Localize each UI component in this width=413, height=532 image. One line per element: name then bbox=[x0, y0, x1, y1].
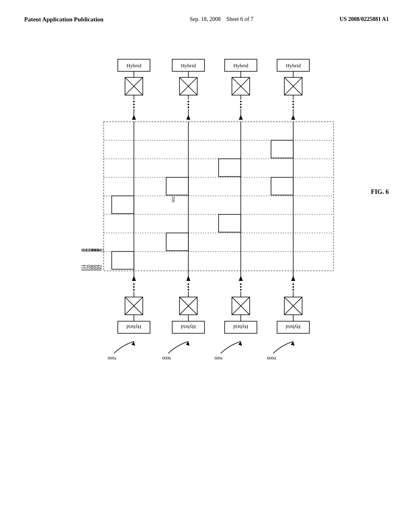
figure-label: FIG. 6 bbox=[371, 188, 389, 195]
publication-title: Patent Application Publication bbox=[24, 16, 104, 23]
svg-point-103 bbox=[240, 289, 242, 291]
svg-marker-47 bbox=[291, 115, 295, 120]
svg-rect-48 bbox=[104, 122, 334, 271]
svg-text:616: 616 bbox=[81, 248, 85, 252]
svg-text:Hybrid: Hybrid bbox=[233, 324, 248, 330]
svg-marker-35 bbox=[186, 115, 190, 120]
svg-text:600c: 600c bbox=[215, 355, 223, 360]
svg-rect-80 bbox=[166, 177, 188, 195]
svg-point-38 bbox=[240, 104, 242, 105]
page-header: Patent Application Publication Sep. 18, … bbox=[0, 0, 413, 31]
svg-rect-84 bbox=[271, 140, 293, 158]
main-content: Hybrid Hybrid Hybrid Hybrid bbox=[0, 47, 413, 500]
svg-point-94 bbox=[133, 286, 135, 288]
svg-text:Hybrid: Hybrid bbox=[127, 62, 142, 69]
svg-marker-90 bbox=[239, 276, 243, 281]
svg-point-106 bbox=[292, 286, 294, 288]
svg-point-102 bbox=[240, 286, 242, 288]
svg-rect-82 bbox=[219, 159, 241, 177]
svg-text:Hybrid: Hybrid bbox=[234, 62, 248, 69]
svg-point-32 bbox=[188, 104, 189, 105]
svg-text:Hybrid: Hybrid bbox=[286, 62, 301, 69]
svg-text:600b: 600b bbox=[162, 355, 171, 360]
svg-marker-41 bbox=[239, 115, 243, 120]
svg-marker-92 bbox=[291, 276, 295, 281]
svg-text:600a: 600a bbox=[108, 355, 117, 360]
svg-point-25 bbox=[133, 101, 135, 102]
svg-point-27 bbox=[133, 106, 135, 108]
svg-point-97 bbox=[188, 283, 189, 285]
svg-text:600d: 600d bbox=[267, 355, 276, 360]
svg-point-26 bbox=[133, 104, 135, 105]
svg-rect-83 bbox=[271, 177, 293, 195]
svg-point-99 bbox=[188, 289, 189, 291]
svg-point-44 bbox=[292, 104, 294, 105]
publication-date: Sep. 18, 2008 bbox=[190, 16, 221, 22]
svg-rect-78 bbox=[112, 196, 134, 214]
svg-rect-81 bbox=[219, 214, 241, 232]
svg-point-37 bbox=[240, 101, 242, 102]
svg-point-95 bbox=[133, 289, 135, 291]
svg-text:616: 616 bbox=[81, 265, 83, 271]
svg-point-39 bbox=[240, 106, 242, 108]
svg-point-45 bbox=[292, 106, 294, 108]
svg-point-33 bbox=[188, 106, 189, 108]
svg-marker-86 bbox=[132, 276, 136, 281]
svg-text:Hybrid: Hybrid bbox=[286, 324, 300, 330]
svg-text:602: 602 bbox=[171, 196, 175, 202]
svg-point-93 bbox=[133, 283, 135, 285]
patent-number: US 2008/0225881 A1 bbox=[340, 16, 389, 23]
svg-point-43 bbox=[292, 101, 294, 102]
svg-point-105 bbox=[292, 283, 294, 285]
header-date-sheet: Sep. 18, 2008 Sheet 6 of 7 bbox=[190, 16, 253, 23]
svg-point-31 bbox=[188, 101, 189, 102]
svg-text:Hybrid: Hybrid bbox=[181, 62, 196, 69]
svg-text:Hybrid: Hybrid bbox=[126, 324, 141, 330]
svg-point-107 bbox=[292, 289, 294, 291]
sheet-info: Sheet 6 of 7 bbox=[226, 16, 253, 22]
svg-rect-79 bbox=[166, 233, 188, 251]
svg-point-98 bbox=[188, 286, 189, 288]
svg-point-101 bbox=[240, 283, 242, 285]
diagram-svg: Hybrid Hybrid Hybrid Hybrid bbox=[81, 55, 364, 500]
svg-text:Hybrid: Hybrid bbox=[181, 324, 196, 330]
svg-rect-77 bbox=[112, 251, 134, 269]
diagram-area: Hybrid Hybrid Hybrid Hybrid bbox=[0, 47, 413, 500]
svg-marker-88 bbox=[186, 276, 190, 281]
svg-marker-29 bbox=[132, 115, 136, 120]
